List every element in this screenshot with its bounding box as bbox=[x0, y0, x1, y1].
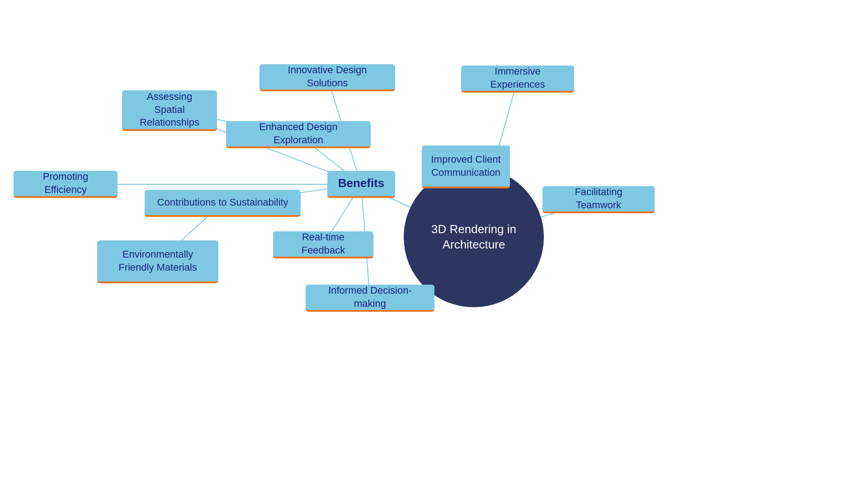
informed-label: Informed Decision-making bbox=[315, 284, 425, 310]
assessing-node: Assessing Spatial Relationships bbox=[122, 90, 217, 131]
realtime-node: Real-time Feedback bbox=[273, 231, 373, 258]
immersive-node: Immersive Experiences bbox=[461, 66, 574, 93]
contributions-label: Contributions to Sustainability bbox=[157, 196, 288, 209]
benefits-label: Benefits bbox=[338, 176, 385, 191]
environmental-label: Environmentally Friendly Materials bbox=[106, 248, 209, 274]
innovative-label: Innovative Design Solutions bbox=[269, 64, 386, 89]
promoting-node: Promoting Efficiency bbox=[14, 171, 118, 198]
improved-label: Improved Client Communication bbox=[431, 153, 501, 179]
promoting-label: Promoting Efficiency bbox=[23, 170, 108, 196]
realtime-label: Real-time Feedback bbox=[282, 231, 364, 257]
innovative-node: Innovative Design Solutions bbox=[259, 64, 395, 91]
improved-node: Improved Client Communication bbox=[422, 145, 510, 188]
facilitating-label: Facilitating Teamwork bbox=[552, 186, 646, 211]
benefits-node: Benefits bbox=[327, 171, 395, 198]
enhanced-label: Enhanced Design Exploration bbox=[235, 121, 362, 146]
enhanced-node: Enhanced Design Exploration bbox=[226, 121, 371, 148]
contributions-node: Contributions to Sustainability bbox=[145, 190, 301, 217]
immersive-label: Immersive Experiences bbox=[470, 65, 565, 91]
assessing-label: Assessing Spatial Relationships bbox=[131, 90, 208, 129]
center-label: 3D Rendering in Architecture bbox=[413, 222, 535, 253]
environmental-node: Environmentally Friendly Materials bbox=[97, 240, 218, 283]
informed-node: Informed Decision-making bbox=[306, 285, 434, 312]
facilitating-node: Facilitating Teamwork bbox=[542, 186, 655, 213]
